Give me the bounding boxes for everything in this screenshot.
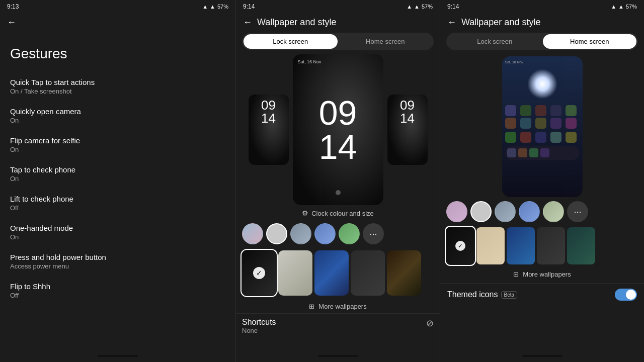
app-icon-3 <box>535 105 546 116</box>
color-circles-right: ··· <box>446 201 638 222</box>
home-date: Sat, 16 Nov <box>505 60 580 64</box>
side-clock-hour-r: 09 <box>400 99 415 112</box>
shortcuts-header: Shortcuts None ⊘ <box>242 318 434 334</box>
wallpaper-thumb-4[interactable] <box>351 250 385 296</box>
color-section-right: ··· <box>440 198 644 225</box>
app-icon-14 <box>550 132 561 143</box>
side-clock-hour: 09 <box>261 99 276 112</box>
color-circles-middle: ··· <box>242 223 434 244</box>
app-icon-12 <box>520 132 531 143</box>
gesture-tap-check-status: On <box>10 175 225 183</box>
wallpaper-right-thumb-4[interactable] <box>537 227 565 264</box>
shortcuts-left: Shortcuts None <box>242 318 276 334</box>
gesture-lift-check[interactable]: Lift to check phone Off <box>0 189 235 218</box>
gesture-flip-camera[interactable]: Flip camera for selfie On <box>0 130 235 159</box>
tab-lock-screen-middle[interactable]: Lock screen <box>244 34 338 49</box>
color-circle-4[interactable] <box>314 223 336 244</box>
tab-home-screen-middle[interactable]: Home screen <box>339 34 433 49</box>
back-button-middle[interactable]: ← <box>243 17 252 28</box>
color-circle-r5[interactable] <box>543 201 564 222</box>
wallpaper-right-thumb-5[interactable] <box>567 227 595 264</box>
fingerprint-icon <box>336 190 341 195</box>
preview-side-right[interactable]: 09 14 <box>387 95 428 165</box>
gesture-power-button[interactable]: Press and hold power button Access power… <box>0 247 235 276</box>
gesture-tap-check-name: Tap to check phone <box>10 165 225 174</box>
side-clock-min: 14 <box>261 112 276 125</box>
gesture-quick-tap-name: Quick Tap to start actions <box>10 78 225 86</box>
wallpaper-right-thumb-1[interactable]: ✓ <box>446 227 474 264</box>
wallpaper-right-thumb-2[interactable] <box>476 227 505 264</box>
gesture-flip-shhh[interactable]: Flip to Shhh Off <box>0 276 235 305</box>
color-circle-r4[interactable] <box>519 201 540 222</box>
shortcuts-section: Shortcuts None ⊘ <box>236 313 440 336</box>
dock-icon-2 <box>518 148 527 157</box>
side-clock-right: 09 14 <box>387 95 428 129</box>
themed-icons-toggle[interactable] <box>615 289 637 301</box>
color-circle-5[interactable] <box>339 223 360 244</box>
color-circle-2[interactable] <box>266 223 287 244</box>
more-wallpapers-label: More wallpapers <box>318 303 366 310</box>
more-wallpapers-right[interactable]: ⊞ More wallpapers <box>440 266 644 281</box>
tab-lock-screen-right[interactable]: Lock screen <box>448 34 542 49</box>
app-icon-10 <box>566 118 577 129</box>
color-circle-3[interactable] <box>290 223 311 244</box>
wallpaper-thumb-1[interactable]: ✓ <box>242 250 276 296</box>
gesture-camera-status: On <box>10 117 225 124</box>
color-circle-r3[interactable] <box>495 201 516 222</box>
color-more-button-right[interactable]: ··· <box>567 201 588 222</box>
app-icon-1 <box>505 105 516 116</box>
time-right: 9:14 <box>447 3 459 10</box>
link-off-icon[interactable]: ⊘ <box>426 318 434 329</box>
wallpaper-header-middle: ← Wallpaper and style <box>236 13 440 31</box>
side-clock-min-r: 14 <box>400 112 415 125</box>
home-indicator-middle <box>318 355 358 357</box>
clock-label-text: Clock colour and size <box>311 210 374 217</box>
app-icon-15 <box>566 132 577 143</box>
more-wallpapers-middle[interactable]: ⊞ More wallpapers <box>236 299 440 313</box>
time-middle: 9:14 <box>243 3 255 10</box>
selected-check-right: ✓ <box>455 241 465 251</box>
back-button-right[interactable]: ← <box>447 17 456 28</box>
home-glowy-object <box>527 69 557 99</box>
clock-min-main: 14 <box>319 130 357 164</box>
wallpaper-section-right: Sat, 16 Nov <box>440 54 644 362</box>
gesture-one-handed[interactable]: One-handed mode On <box>0 218 235 247</box>
app-icon-11 <box>505 132 516 143</box>
signal-icon-mid: ▲ <box>414 4 420 10</box>
tab-bar-middle: Lock screen Home screen <box>242 33 434 50</box>
dock-icon-1 <box>507 148 516 157</box>
more-wallpapers-label-right: More wallpapers <box>523 270 571 278</box>
clock-label-middle[interactable]: ⚙ Clock colour and size <box>236 205 440 220</box>
preview-main-middle[interactable]: Sat, 16 Nov 09 14 <box>293 54 383 205</box>
color-circle-1[interactable] <box>242 223 263 244</box>
preview-side-left[interactable]: 09 14 <box>249 95 289 165</box>
status-icons-middle: ▲ ▲ 57% <box>407 4 433 10</box>
battery-left: 57% <box>217 4 228 10</box>
wallpaper-thumbnails-middle: ✓ <box>236 247 440 299</box>
color-circle-r2[interactable] <box>470 201 492 222</box>
gesture-camera[interactable]: Quickly open camera On <box>0 101 235 130</box>
gesture-tap-check[interactable]: Tap to check phone On <box>0 159 235 189</box>
gesture-flip-shhh-status: Off <box>10 292 225 299</box>
wallpaper-thumb-2[interactable] <box>278 250 312 296</box>
gesture-quick-tap-status: On / Take screenshot <box>10 87 225 95</box>
gesture-quick-tap[interactable]: Quick Tap to start actions On / Take scr… <box>0 72 235 101</box>
wallpaper-thumb-3[interactable] <box>314 250 349 296</box>
app-icon-2 <box>520 105 531 116</box>
color-circle-r1[interactable] <box>446 201 467 222</box>
clock-hour-main: 09 <box>319 96 357 130</box>
wallpaper-thumb-5[interactable] <box>387 250 421 296</box>
selected-check-1: ✓ <box>253 267 265 279</box>
themed-icons-label: Themed icons <box>447 290 498 299</box>
wifi-icon-right: ▲ <box>611 4 616 10</box>
gestures-title: Gestures <box>0 31 235 72</box>
gear-icon-middle: ⚙ <box>302 209 308 217</box>
wallpaper-thumbnails-right: ✓ <box>440 225 644 266</box>
back-button-left[interactable]: ← <box>7 17 16 28</box>
tab-home-screen-right[interactable]: Home screen <box>543 34 637 49</box>
side-wallpaper-left: 09 14 <box>249 95 289 165</box>
color-more-button[interactable]: ··· <box>363 223 384 244</box>
more-wallpapers-icon-right: ⊞ <box>513 270 519 278</box>
time-left: 9:13 <box>7 3 19 10</box>
wallpaper-right-thumb-3[interactable] <box>507 227 535 264</box>
